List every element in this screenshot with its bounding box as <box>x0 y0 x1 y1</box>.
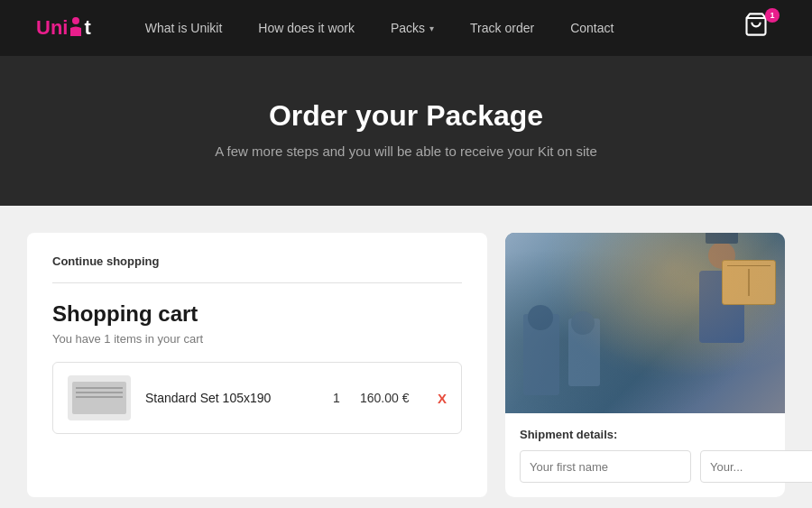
svg-point-0 <box>72 17 79 24</box>
cart-item: Standard Set 105x190 1 160.00 € X <box>52 362 462 434</box>
header: Uni t What is Unikit How does it work Pa… <box>0 0 812 56</box>
item-image-visual <box>72 382 126 414</box>
cart-badge: 1 <box>765 8 780 23</box>
cart-panel: Continue shopping Shopping cart You have… <box>27 233 487 497</box>
shipment-inputs <box>520 450 770 483</box>
hero-section: Order your Package A few more steps and … <box>0 56 812 206</box>
item-quantity: 1 <box>328 391 346 405</box>
nav-item-packs[interactable]: Packs ▾ <box>373 0 452 56</box>
shipment-firstname-input[interactable] <box>520 450 691 483</box>
shipment-label: Shipment details: <box>520 428 770 441</box>
main-nav: What is Unikit How does it work Packs ▾ … <box>127 0 743 56</box>
delivery-photo <box>505 233 785 413</box>
cart-title: Shopping cart <box>52 301 462 327</box>
shipment-section: Shipment details: <box>505 413 785 497</box>
item-remove-button[interactable]: X <box>438 391 447 406</box>
item-price: 160.00 € <box>360 391 423 405</box>
nav-item-contact[interactable]: Contact <box>552 0 632 56</box>
logo-text: Uni t <box>36 16 91 40</box>
delivery-image <box>505 233 785 413</box>
nav-item-how-does-it-work[interactable]: How does it work <box>240 0 373 56</box>
content-area: Continue shopping Shopping cart You have… <box>0 206 812 508</box>
nav-item-track-order[interactable]: Track order <box>452 0 552 56</box>
cart-item-count: You have 1 items in your cart <box>52 332 462 346</box>
chevron-down-icon: ▾ <box>429 23 434 33</box>
page-title: Order your Package <box>18 99 794 133</box>
cart-button[interactable]: 1 <box>743 12 776 44</box>
nav-item-what-is-unikit[interactable]: What is Unikit <box>127 0 241 56</box>
shipment-lastname-input[interactable] <box>700 450 812 483</box>
continue-shopping-link[interactable]: Continue shopping <box>52 254 462 283</box>
logo[interactable]: Uni t <box>36 16 91 40</box>
item-name: Standard Set 105x190 <box>145 391 313 405</box>
item-image <box>68 375 131 420</box>
right-panel: Shipment details: <box>505 233 785 497</box>
hero-subtitle: A few more steps and you will be able to… <box>18 143 794 159</box>
light-overlay <box>505 233 785 413</box>
